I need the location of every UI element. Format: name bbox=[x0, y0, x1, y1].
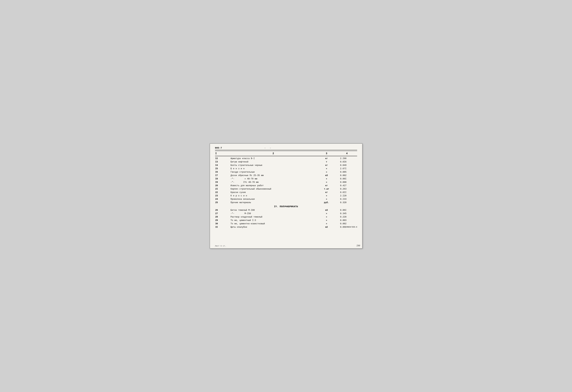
table-row: I5 Б е н з и н » 2.67I bbox=[215, 167, 357, 170]
table-row: I3 Битум нефтяной т 0.0I6 bbox=[215, 160, 357, 164]
table-row: 24 Проволока вязальная » 0.I33 bbox=[215, 197, 357, 201]
table-row: 2I Кирпич строительный обыкновенный т.шт… bbox=[215, 187, 357, 191]
table-row: 22 Краски сухие кг 0.0II bbox=[215, 191, 357, 194]
stamp-label: 4924/III-С bbox=[347, 226, 357, 228]
table-row: 3I Щиты опалубки м2 0.060 4924/III-С bbox=[215, 226, 357, 229]
col-header-4: 4 bbox=[337, 152, 357, 155]
header-dashes: - - bbox=[264, 147, 272, 149]
document-page: 905-7 - - I 2 3 4 I2 Арматура класса В-I… bbox=[210, 143, 362, 249]
table-body: I2 Арматура класса В-I кг 2.I00 I3 Битум… bbox=[215, 157, 357, 229]
col-header-3: 3 bbox=[317, 152, 337, 155]
column-headers: I 2 3 4 bbox=[215, 151, 357, 156]
table-row: I8 -"- » 40-70 мм » 0.00I bbox=[215, 177, 357, 181]
doc-number: 905-7 bbox=[215, 147, 222, 149]
table-row: 23 К е р о с и н » 2.I20 bbox=[215, 194, 357, 197]
table-row: I9 -"- IYс 40-70 мм » 0.008 bbox=[215, 181, 357, 184]
table-row: 25 Прочие материалы руб. 0.320 bbox=[215, 201, 357, 204]
table-row: 30 То же, цементно-известковый » 0.002 bbox=[215, 222, 357, 226]
section-title: IY. ПОЛУФАБРИКАТЫ bbox=[215, 204, 357, 209]
page-header: 905-7 - - bbox=[215, 147, 357, 150]
table-row: I2 Арматура класса В-I кг 2.I00 bbox=[215, 157, 357, 160]
bottom-label: Лист 6 ст. bbox=[215, 245, 226, 247]
table-row: I6 Гвозди строительные » 0.085 bbox=[215, 170, 357, 174]
col-header-1: I bbox=[215, 152, 230, 155]
table-row: 26 Бетон тяжелый М-I00 м3 0.06I bbox=[215, 209, 357, 212]
footer-note: I90 bbox=[356, 245, 360, 247]
table-row: 20 Известь для малярных работ кг 0.427 bbox=[215, 184, 357, 187]
col-header-2: 2 bbox=[230, 152, 317, 155]
page-number: I90 bbox=[356, 245, 360, 247]
table-row: I7 Доски обрезчые Пс 25-35 мм м3 0.002 bbox=[215, 174, 357, 177]
section-1: I2 Арматура класса В-I кг 2.I00 I3 Битум… bbox=[215, 157, 357, 204]
table-row: I4 Болты строительные черные кг 0.049 bbox=[215, 164, 357, 167]
table-row: 28 Раствор кладочный тяжелый » 0.228 bbox=[215, 215, 357, 219]
section-2: 26 Бетон тяжелый М-I00 м3 0.06I 27 -"- М… bbox=[215, 209, 357, 229]
table-row: 29 То же, цементный I:3 » 0.003 bbox=[215, 219, 357, 222]
table-row: 27 -"- М-I50 » 0.345 bbox=[215, 212, 357, 215]
